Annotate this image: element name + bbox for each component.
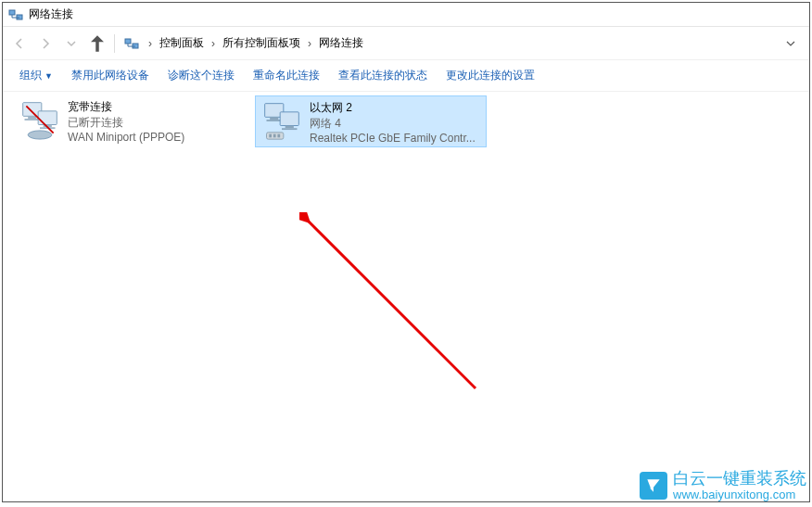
chevron-right-icon[interactable]: › <box>304 37 315 50</box>
svg-rect-4 <box>125 39 131 44</box>
diagnose-button[interactable]: 诊断这个连接 <box>159 64 244 87</box>
content-area[interactable]: 宽带连接 已断开连接 WAN Miniport (PPPOE) <box>3 92 809 501</box>
connection-name: 宽带连接 <box>68 99 246 115</box>
svg-line-26 <box>307 220 476 388</box>
connection-text: 宽带连接 已断开连接 WAN Miniport (PPPOE) <box>68 95 246 147</box>
address-bar[interactable]: › 控制面板 › 所有控制面板项 › 网络连接 <box>124 32 800 56</box>
broadband-icon <box>18 97 62 142</box>
svg-rect-21 <box>282 128 298 130</box>
connection-status: 已断开连接 <box>68 115 246 131</box>
chevron-right-icon[interactable]: › <box>208 37 219 50</box>
connection-device: WAN Miniport (PPPOE) <box>68 131 246 144</box>
titlebar: 网络连接 <box>3 3 809 27</box>
address-dropdown[interactable] <box>781 38 800 49</box>
disable-device-button[interactable]: 禁用此网络设备 <box>62 64 159 87</box>
svg-rect-25 <box>277 134 280 138</box>
organize-menu[interactable]: 组织▼ <box>10 64 62 87</box>
forward-button[interactable] <box>32 31 58 57</box>
annotation-arrow <box>299 212 503 416</box>
svg-rect-18 <box>267 120 283 121</box>
network-folder-icon <box>124 36 139 51</box>
connection-item-ethernet[interactable]: 以太网 2 网络 4 Realtek PCIe GbE Family Contr… <box>255 95 487 147</box>
change-settings-button[interactable]: 更改此连接的设置 <box>437 64 544 87</box>
svg-point-14 <box>28 131 52 139</box>
network-icon <box>8 7 23 22</box>
chevron-down-icon: ▼ <box>44 71 53 81</box>
svg-rect-19 <box>280 112 298 126</box>
command-toolbar: 组织▼ 禁用此网络设备 诊断这个连接 重命名此连接 查看此连接的状态 更改此连接… <box>3 60 809 92</box>
breadcrumb: › 控制面板 › 所有控制面板项 › 网络连接 <box>145 33 367 53</box>
svg-rect-17 <box>270 117 278 120</box>
chevron-right-icon[interactable]: › <box>145 37 156 50</box>
view-status-button[interactable]: 查看此连接的状态 <box>329 64 437 87</box>
connection-device: Realtek PCIe GbE Family Contr... <box>310 132 486 145</box>
svg-rect-9 <box>28 116 36 119</box>
connection-status: 网络 4 <box>310 116 486 132</box>
svg-rect-24 <box>273 134 276 138</box>
ethernet-icon <box>260 98 304 143</box>
up-button[interactable] <box>84 31 110 57</box>
connection-text: 以太网 2 网络 4 Realtek PCIe GbE Family Contr… <box>310 96 486 146</box>
connection-item-broadband[interactable]: 宽带连接 已断开连接 WAN Miniport (PPPOE) <box>14 95 246 147</box>
watermark-text: 白云一键重装系统 <box>673 470 806 488</box>
svg-rect-11 <box>38 111 57 125</box>
breadcrumb-item-all-items[interactable]: 所有控制面板项 <box>219 33 304 53</box>
network-connections-window: 网络连接 › 控制面板 › 所有控制面板项 › 网络连接 <box>2 2 810 502</box>
connection-name: 以太网 2 <box>310 100 486 116</box>
svg-rect-20 <box>285 126 294 129</box>
svg-rect-23 <box>269 134 272 138</box>
watermark-icon <box>640 472 667 500</box>
rename-button[interactable]: 重命名此连接 <box>244 64 329 87</box>
separator <box>114 34 115 53</box>
back-button[interactable] <box>6 31 32 57</box>
navigation-bar: › 控制面板 › 所有控制面板项 › 网络连接 <box>3 27 809 60</box>
breadcrumb-item-control-panel[interactable]: 控制面板 <box>156 33 208 53</box>
recent-dropdown[interactable] <box>58 31 84 57</box>
svg-rect-10 <box>25 119 41 120</box>
watermark-url: www.baiyunxitong.com <box>673 488 806 501</box>
breadcrumb-item-network[interactable]: 网络连接 <box>315 33 367 53</box>
svg-rect-0 <box>9 10 15 15</box>
watermark: 白云一键重装系统 www.baiyunxitong.com <box>640 470 806 501</box>
window-title: 网络连接 <box>29 6 73 22</box>
